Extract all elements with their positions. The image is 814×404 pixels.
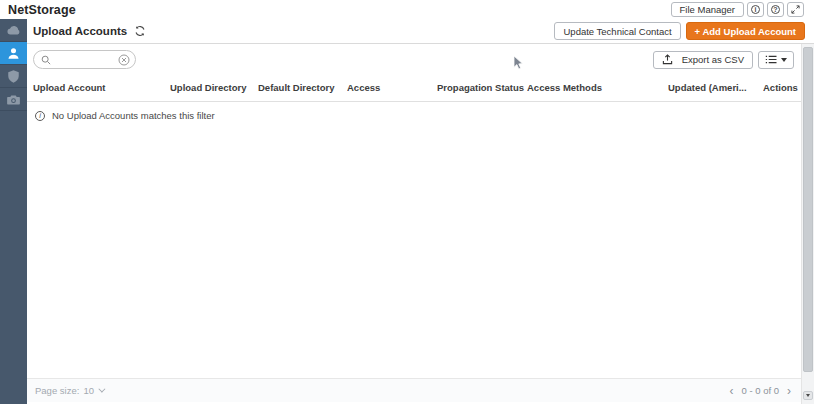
help-button[interactable]: ?: [767, 2, 784, 17]
update-technical-contact-button[interactable]: Update Technical Contact: [554, 22, 680, 40]
top-header: NetStorage File Manager i ?: [0, 0, 814, 19]
column-header-access-methods[interactable]: Access Methods: [527, 82, 668, 93]
expand-icon: [791, 5, 800, 14]
main-panel: Upload Accounts Update Technical Contact…: [27, 19, 814, 404]
page-size-value: 10: [83, 385, 94, 396]
list-view-icon: [765, 54, 777, 65]
sidebar-item-snapshots[interactable]: [0, 88, 27, 111]
fullscreen-button[interactable]: [787, 2, 804, 17]
chevron-down-icon: [781, 58, 787, 62]
sidebar-item-storage-groups[interactable]: [0, 19, 27, 42]
info-button[interactable]: i: [747, 2, 764, 17]
info-icon: i: [35, 111, 45, 121]
refresh-icon: [134, 25, 146, 37]
add-upload-account-button[interactable]: + Add Upload Account: [686, 22, 805, 40]
column-header-upload-directory[interactable]: Upload Directory: [170, 82, 258, 93]
file-manager-button[interactable]: File Manager: [671, 2, 744, 17]
vertical-scrollbar[interactable]: [801, 44, 814, 404]
table-header-row: Upload Account Upload Directory Default …: [27, 75, 814, 102]
toolbar: Export as CSV: [27, 44, 814, 75]
column-header-default-directory[interactable]: Default Directory: [258, 82, 347, 93]
page-size-label: Page size:: [35, 385, 79, 396]
info-icon: i: [751, 5, 760, 14]
view-options-button[interactable]: [758, 51, 794, 69]
help-icon: ?: [771, 5, 780, 14]
search-input[interactable]: [51, 54, 118, 65]
empty-state-row: i No Upload Accounts matches this filter: [27, 102, 814, 129]
export-csv-button[interactable]: Export as CSV: [653, 51, 753, 69]
prev-page-icon[interactable]: ‹: [730, 385, 734, 397]
refresh-button[interactable]: [134, 25, 147, 38]
search-box[interactable]: [33, 50, 136, 69]
netstorage-app: NetStorage File Manager i ?: [0, 0, 814, 404]
export-csv-label: Export as CSV: [682, 54, 744, 65]
sidebar-item-upload-accounts[interactable]: [0, 42, 27, 65]
pagination: ‹ 0 - 0 of 0 ›: [730, 385, 792, 397]
shield-icon: [6, 69, 21, 84]
app-title: NetStorage: [8, 3, 76, 17]
column-header-propagation-status[interactable]: Propagation Status: [437, 82, 527, 93]
title-bar: Upload Accounts Update Technical Contact…: [27, 19, 814, 44]
user-icon: [6, 46, 21, 61]
column-header-upload-account[interactable]: Upload Account: [33, 82, 170, 93]
column-header-updated[interactable]: Updated (Ameri...: [668, 82, 763, 93]
export-icon: [662, 54, 673, 65]
clear-search-icon[interactable]: [118, 54, 130, 66]
search-icon: [41, 55, 51, 65]
chevron-down-icon: [98, 386, 105, 393]
page-title: Upload Accounts: [33, 25, 127, 37]
column-header-access[interactable]: Access: [347, 82, 437, 93]
cloud-icon: [6, 23, 21, 38]
sidebar-item-security[interactable]: [0, 65, 27, 88]
page-size-selector[interactable]: Page size: 10: [35, 385, 103, 396]
empty-state-message: No Upload Accounts matches this filter: [52, 110, 215, 121]
pagination-range: 0 - 0 of 0: [742, 385, 780, 396]
table-footer: Page size: 10 ‹ 0 - 0 of 0 ›: [27, 378, 801, 402]
sidebar: [0, 19, 27, 404]
scrollbar-thumb[interactable]: [803, 47, 813, 372]
next-page-icon[interactable]: ›: [787, 385, 791, 397]
camera-icon: [6, 92, 21, 107]
scrollbar-down-button[interactable]: [803, 391, 813, 400]
